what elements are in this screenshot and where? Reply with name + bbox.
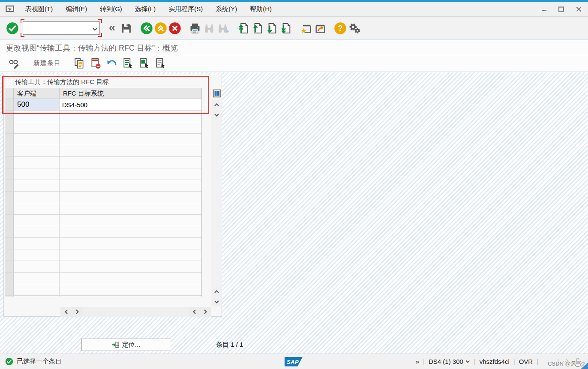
rfc-destination-cell[interactable]: [60, 145, 201, 156]
maximize-button[interactable]: [558, 6, 565, 12]
vertical-scrollbar-track[interactable]: [212, 120, 222, 286]
client-cell[interactable]: [14, 157, 60, 168]
row-selector[interactable]: [5, 145, 14, 156]
table-row[interactable]: [5, 111, 201, 122]
row-selector[interactable]: [5, 273, 14, 284]
table-row[interactable]: [5, 296, 201, 297]
row-selector[interactable]: [5, 238, 14, 249]
rfc-destination-cell[interactable]: DS4-500: [60, 99, 201, 110]
column-header-rfc-destination[interactable]: RFC 目标系统: [60, 88, 201, 99]
table-row[interactable]: [5, 261, 201, 273]
table-row[interactable]: [5, 238, 201, 249]
table-row[interactable]: [5, 249, 201, 261]
next-page-button[interactable]: [264, 21, 279, 35]
customize-button[interactable]: [347, 21, 361, 35]
session-menu-icon[interactable]: [4, 3, 15, 15]
minimize-button[interactable]: [541, 6, 548, 12]
menu-item-help[interactable]: 帮助(H): [243, 2, 278, 16]
rfc-destination-cell[interactable]: [60, 203, 201, 214]
rfc-destination-cell[interactable]: [60, 284, 201, 295]
client-cell[interactable]: [14, 238, 60, 249]
find-button[interactable]: [202, 21, 216, 35]
scroll-left-button-end[interactable]: [189, 307, 200, 317]
menu-item-table-view[interactable]: 表视图(T): [19, 2, 59, 16]
rfc-destination-cell[interactable]: [60, 111, 201, 122]
row-selector[interactable]: [5, 284, 14, 295]
client-cell[interactable]: [14, 192, 60, 203]
cancel-button[interactable]: [153, 21, 168, 35]
column-header-client[interactable]: 客户端: [14, 88, 60, 99]
client-cell[interactable]: 500: [14, 99, 60, 110]
row-selector[interactable]: [5, 192, 14, 203]
client-cell[interactable]: [14, 273, 60, 284]
undo-button[interactable]: [105, 57, 119, 70]
menu-item-utilities[interactable]: 实用程序(S): [162, 2, 209, 16]
print-button[interactable]: [188, 21, 202, 35]
create-shortcut-button[interactable]: [313, 21, 327, 35]
rfc-destination-cell[interactable]: [60, 238, 201, 249]
previous-page-button[interactable]: [250, 21, 264, 35]
client-cell[interactable]: [14, 215, 60, 226]
rfc-destination-cell[interactable]: [60, 215, 201, 226]
input-mode-field[interactable]: OVR: [519, 358, 533, 365]
new-session-button[interactable]: [299, 21, 313, 35]
rfc-destination-cell[interactable]: [60, 296, 201, 297]
row-selector[interactable]: [5, 180, 14, 191]
delete-row-button[interactable]: [88, 57, 103, 70]
table-row[interactable]: [5, 226, 201, 238]
client-cell[interactable]: [14, 284, 60, 295]
rfc-destination-cell[interactable]: [60, 157, 201, 168]
scroll-up-button[interactable]: [212, 100, 222, 109]
table-configuration-button[interactable]: [211, 88, 222, 99]
rfc-destination-cell[interactable]: [60, 192, 201, 203]
row-selector[interactable]: [5, 168, 14, 180]
table-row[interactable]: [5, 180, 201, 192]
system-session-field[interactable]: DS4 (1) 300: [429, 358, 470, 365]
rfc-destination-cell[interactable]: [60, 168, 201, 180]
new-entries-button[interactable]: 新建条目: [33, 59, 61, 67]
scroll-right-button[interactable]: [72, 307, 83, 317]
table-row[interactable]: [5, 273, 201, 284]
help-button[interactable]: ?: [333, 21, 347, 35]
menu-item-selection[interactable]: 选择(L): [129, 2, 162, 16]
row-selector[interactable]: [5, 226, 14, 237]
first-page-button[interactable]: [236, 21, 250, 35]
rfc-destination-cell[interactable]: [60, 134, 201, 145]
enter-button[interactable]: [5, 21, 19, 35]
save-button[interactable]: [119, 21, 133, 35]
row-selector[interactable]: [5, 296, 14, 297]
client-cell[interactable]: [14, 261, 60, 272]
back-button[interactable]: «: [105, 21, 119, 35]
client-cell[interactable]: [14, 134, 60, 145]
client-cell[interactable]: [14, 226, 60, 237]
rfc-destination-cell[interactable]: [60, 249, 201, 261]
client-cell[interactable]: [14, 122, 60, 133]
rfc-destination-cell[interactable]: [60, 180, 201, 191]
display-change-button[interactable]: [7, 57, 21, 70]
client-cell[interactable]: [14, 145, 60, 156]
copy-entries-button[interactable]: [72, 57, 87, 70]
menu-item-system[interactable]: 系统(Y): [209, 2, 243, 16]
row-selector[interactable]: [5, 122, 14, 133]
table-row[interactable]: [5, 157, 201, 168]
menu-item-goto[interactable]: 转到(G): [93, 2, 129, 16]
table-row[interactable]: [5, 145, 201, 157]
stop-button[interactable]: [168, 21, 182, 35]
client-cell[interactable]: [14, 203, 60, 214]
deselect-all-button[interactable]: [153, 57, 168, 70]
scroll-down-button[interactable]: [212, 110, 222, 120]
scroll-down-button-bottom[interactable]: [212, 297, 222, 306]
scroll-left-button[interactable]: [60, 307, 72, 317]
select-all-button[interactable]: [121, 57, 135, 70]
row-selector[interactable]: [5, 261, 14, 272]
row-selector[interactable]: [5, 203, 14, 214]
table-row[interactable]: 500DS4-500: [5, 99, 201, 111]
close-button[interactable]: [575, 6, 582, 12]
status-overflow-button[interactable]: »: [416, 358, 419, 365]
command-input[interactable]: [23, 21, 100, 35]
menu-item-edit[interactable]: 编辑(E): [59, 2, 93, 16]
row-selector[interactable]: [5, 215, 14, 226]
client-cell[interactable]: [14, 296, 60, 297]
find-next-button[interactable]: [216, 21, 230, 35]
client-cell[interactable]: [14, 249, 60, 261]
